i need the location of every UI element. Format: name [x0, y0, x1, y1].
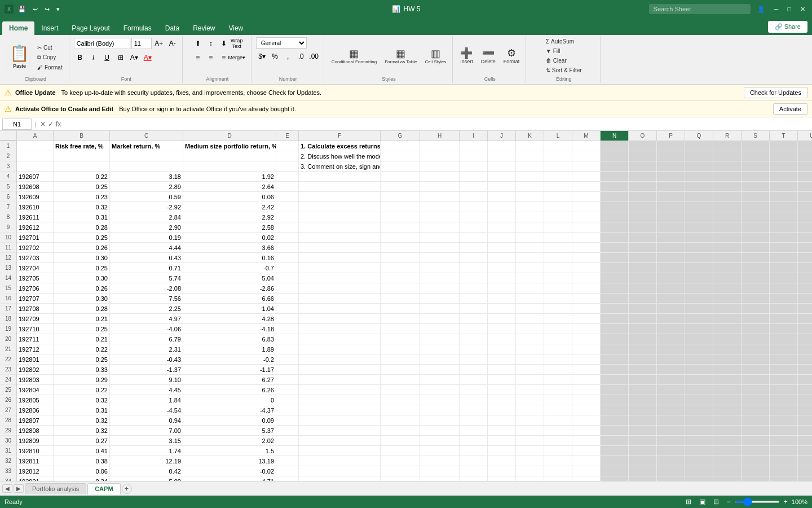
cell-15-13[interactable] — [572, 283, 601, 294]
cell-33-21[interactable] — [798, 466, 812, 476]
cell-22-2[interactable]: 0.25 — [54, 354, 110, 365]
cell-31-14[interactable] — [601, 446, 629, 456]
cell-16-17[interactable] — [685, 294, 713, 304]
cell-31-10[interactable] — [488, 446, 516, 456]
cell-26-19[interactable] — [742, 395, 770, 405]
cell-27-13[interactable] — [572, 405, 601, 415]
row-header-14[interactable]: 14 — [0, 273, 16, 283]
cell-21-17[interactable] — [685, 344, 713, 354]
cell-21-2[interactable]: 0.22 — [54, 344, 110, 354]
cell-25-2[interactable]: 0.22 — [54, 385, 110, 395]
row-header-15[interactable]: 15 — [0, 283, 16, 294]
cell-33-7[interactable] — [381, 466, 420, 476]
cell-10-14[interactable] — [601, 233, 629, 243]
cell-20-7[interactable] — [381, 334, 420, 344]
cell-13-17[interactable] — [685, 263, 713, 273]
cell-27-4[interactable]: -4.37 — [183, 405, 276, 415]
cell-10-9[interactable] — [460, 233, 488, 243]
cell-10-15[interactable] — [629, 233, 657, 243]
cell-17-17[interactable] — [685, 304, 713, 314]
cell-26-2[interactable]: 0.32 — [54, 395, 110, 405]
cell-34-17[interactable] — [685, 476, 713, 481]
cell-20-17[interactable] — [685, 334, 713, 344]
cell-15-16[interactable] — [657, 283, 685, 294]
cell-11-12[interactable] — [544, 243, 572, 253]
cell-27-14[interactable] — [601, 405, 629, 415]
cell-12-10[interactable] — [488, 253, 516, 263]
cell-22-9[interactable] — [460, 354, 488, 365]
cell-1-5[interactable] — [276, 141, 299, 151]
cell-33-3[interactable]: 0.42 — [110, 466, 183, 476]
cell-26-17[interactable] — [685, 395, 713, 405]
cell-14-8[interactable] — [420, 273, 460, 283]
cell-4-7[interactable] — [381, 172, 420, 182]
cell-3-12[interactable] — [544, 161, 572, 172]
cell-17-16[interactable] — [657, 304, 685, 314]
cell-20-6[interactable] — [299, 334, 381, 344]
cell-24-14[interactable] — [601, 375, 629, 385]
cell-4-15[interactable] — [629, 172, 657, 182]
cell-1-20[interactable] — [770, 141, 798, 151]
cell-31-21[interactable] — [798, 446, 812, 456]
cell-1-15[interactable] — [629, 141, 657, 151]
cell-6-15[interactable] — [629, 192, 657, 202]
row-header-6[interactable]: 6 — [0, 192, 16, 202]
cell-33-20[interactable] — [770, 466, 798, 476]
cell-14-19[interactable] — [742, 273, 770, 283]
cell-15-2[interactable]: 0.26 — [54, 283, 110, 294]
cell-18-10[interactable] — [488, 314, 516, 324]
cell-24-18[interactable] — [713, 375, 742, 385]
cell-31-18[interactable] — [713, 446, 742, 456]
cell-13-5[interactable] — [276, 263, 299, 273]
cell-30-1[interactable]: 192809 — [17, 436, 54, 446]
cell-29-1[interactable]: 192808 — [17, 426, 54, 436]
cell-34-2[interactable]: 0.34 — [54, 476, 110, 481]
cell-16-13[interactable] — [572, 294, 601, 304]
cell-14-11[interactable] — [516, 273, 544, 283]
row-header-12[interactable]: 12 — [0, 253, 16, 263]
cell-21-14[interactable] — [601, 344, 629, 354]
cell-32-20[interactable] — [770, 456, 798, 466]
cell-11-6[interactable] — [299, 243, 381, 253]
cell-25-19[interactable] — [742, 385, 770, 395]
cell-17-1[interactable]: 192708 — [17, 304, 54, 314]
fill-button[interactable]: ▼Fill — [543, 47, 563, 55]
cell-16-10[interactable] — [488, 294, 516, 304]
cell-18-16[interactable] — [657, 314, 685, 324]
cell-13-14[interactable] — [601, 263, 629, 273]
cell-26-5[interactable] — [276, 395, 299, 405]
cell-2-8[interactable] — [420, 151, 460, 161]
cell-29-18[interactable] — [713, 426, 742, 436]
cell-21-7[interactable] — [381, 344, 420, 354]
cell-30-8[interactable] — [420, 436, 460, 446]
cell-14-16[interactable] — [657, 273, 685, 283]
cell-5-2[interactable]: 0.25 — [54, 182, 110, 192]
col-header-F[interactable]: F — [299, 131, 381, 141]
cell-12-16[interactable] — [657, 253, 685, 263]
cell-4-3[interactable]: 3.18 — [110, 172, 183, 182]
cell-25-18[interactable] — [713, 385, 742, 395]
cell-33-11[interactable] — [516, 466, 544, 476]
cell-31-8[interactable] — [420, 446, 460, 456]
cell-1-4[interactable]: Medium size portfolio return, % — [183, 141, 276, 151]
cell-12-8[interactable] — [420, 253, 460, 263]
number-format-select[interactable]: General Number Currency Percentage — [256, 37, 307, 49]
cell-21-21[interactable] — [798, 344, 812, 354]
cell-15-21[interactable] — [798, 283, 812, 294]
cell-12-19[interactable] — [742, 253, 770, 263]
cell-8-10[interactable] — [488, 212, 516, 222]
cell-33-10[interactable] — [488, 466, 516, 476]
cell-4-11[interactable] — [516, 172, 544, 182]
cell-17-2[interactable]: 0.28 — [54, 304, 110, 314]
cell-17-9[interactable] — [460, 304, 488, 314]
cell-13-1[interactable]: 192704 — [17, 263, 54, 273]
cell-2-21[interactable] — [798, 151, 812, 161]
cell-15-9[interactable] — [460, 283, 488, 294]
cell-33-19[interactable] — [742, 466, 770, 476]
cell-22-6[interactable] — [299, 354, 381, 365]
italic-button[interactable]: I — [87, 51, 100, 64]
row-header-11[interactable]: 11 — [0, 243, 16, 253]
cell-17-7[interactable] — [381, 304, 420, 314]
cell-28-11[interactable] — [516, 415, 544, 426]
cell-15-3[interactable]: -2.08 — [110, 283, 183, 294]
